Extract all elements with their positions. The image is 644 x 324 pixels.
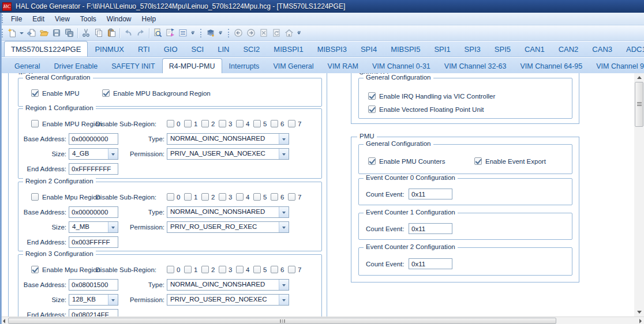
home-button[interactable]: [283, 27, 295, 39]
chevron-down-icon[interactable]: [279, 207, 289, 217]
device-tab-rti[interactable]: RTI: [131, 42, 157, 56]
subregion-3-checkbox[interactable]: [219, 193, 226, 201]
menu-window[interactable]: Window: [102, 13, 137, 25]
module-tab-driver-enable[interactable]: Driver Enable: [47, 59, 104, 73]
preview-button[interactable]: [151, 27, 164, 39]
save-all-button[interactable]: [63, 27, 76, 39]
chevron-down-icon[interactable]: [279, 295, 289, 305]
device-tab-mibspi1[interactable]: MIBSPI1: [267, 42, 310, 56]
module-tab-vim-channel-96-127[interactable]: VIM Channel 96-127: [589, 59, 644, 73]
subregion-6-checkbox[interactable]: [271, 193, 278, 201]
module-tab-vim-channel-0-31[interactable]: VIM Channel 0-31: [365, 59, 437, 73]
doc-arrow-button[interactable]: [25, 27, 38, 39]
device-tab-gio[interactable]: GIO: [157, 42, 185, 56]
chevron-down-icon[interactable]: [279, 134, 289, 144]
device-tab-mibspi5[interactable]: MIBSPI5: [384, 42, 427, 56]
subregion-1-checkbox[interactable]: [184, 120, 192, 127]
stop-button[interactable]: [257, 27, 270, 39]
save-button[interactable]: [50, 27, 63, 39]
subregion-4-checkbox[interactable]: [236, 193, 244, 201]
subregion-7-checkbox[interactable]: [288, 120, 295, 127]
undo-button[interactable]: [122, 27, 134, 39]
enable-vfp-checkbox[interactable]: [368, 106, 376, 113]
toolbar-grip[interactable]: [2, 29, 3, 37]
subregion-2-checkbox[interactable]: [201, 193, 209, 201]
module-tab-vim-channel-32-63[interactable]: VIM Channel 32-63: [437, 59, 514, 73]
enable-irq-vic-checkbox[interactable]: [368, 92, 376, 100]
cut-button[interactable]: [80, 27, 92, 39]
region1-size-select[interactable]: 4_GB: [69, 148, 118, 160]
enable-mpu-background-region-checkbox[interactable]: [102, 89, 110, 97]
module-tab-vim-channel-64-95[interactable]: VIM Channel 64-95: [514, 59, 590, 73]
toolbar-overflow-icon[interactable]: [217, 27, 224, 39]
module-tab-safety-init[interactable]: SAFETY INIT: [104, 59, 162, 73]
module-tab-vim-general[interactable]: VIM General: [266, 59, 320, 73]
region2-permission-select[interactable]: PRIV_RO_USER_RO_EXEC: [167, 221, 289, 233]
device-tab-spi3[interactable]: SPI3: [458, 42, 488, 56]
region1-type-select[interactable]: NORMAL_OINC_NONSHARED: [167, 133, 289, 145]
region3-enable-checkbox[interactable]: [31, 266, 39, 273]
device-tab-mibspi3[interactable]: MIBSPI3: [310, 42, 354, 56]
module-tab-vim-ram[interactable]: VIM RAM: [321, 59, 365, 73]
back-button[interactable]: [232, 27, 245, 39]
open-button[interactable]: [38, 27, 50, 39]
subregion-6-checkbox[interactable]: [271, 120, 278, 127]
subregion-2-checkbox[interactable]: [201, 120, 209, 127]
toolbar-grip[interactable]: [228, 29, 230, 37]
chevron-down-icon[interactable]: [279, 222, 289, 232]
menu-file[interactable]: File: [6, 13, 27, 25]
menu-help[interactable]: Help: [137, 13, 162, 25]
subregion-5-checkbox[interactable]: [253, 266, 261, 273]
module-tab-r4-mpu-pmu[interactable]: R4-MPU-PMU: [162, 58, 222, 73]
generate-stack-button[interactable]: [204, 27, 217, 39]
subregion-3-checkbox[interactable]: [219, 266, 226, 273]
device-tab-lin[interactable]: LIN: [211, 42, 236, 56]
forward-button[interactable]: [245, 27, 257, 39]
region3-end-address-input[interactable]: 0x080214FF: [69, 309, 118, 317]
toolbar-overflow-icon[interactable]: [189, 27, 196, 39]
device-tab-can2[interactable]: CAN2: [552, 42, 586, 56]
report-button[interactable]: [177, 27, 189, 39]
vertical-scroll-thumb[interactable]: [635, 82, 643, 127]
subregion-1-checkbox[interactable]: [184, 193, 192, 201]
subregion-0-checkbox[interactable]: [167, 193, 174, 201]
device-tab-can1[interactable]: CAN1: [518, 42, 552, 56]
menu-tools[interactable]: Tools: [75, 13, 102, 25]
subregion-0-checkbox[interactable]: [167, 266, 174, 273]
scroll-up-icon[interactable]: [634, 73, 644, 82]
toolbar-overflow-icon[interactable]: [295, 27, 302, 39]
device-tab-spi5[interactable]: SPI5: [488, 42, 518, 56]
menubar-grip[interactable]: [2, 14, 3, 23]
refresh-button[interactable]: [270, 27, 283, 39]
region2-size-select[interactable]: 4_MB: [69, 221, 118, 233]
subregion-0-checkbox[interactable]: [167, 120, 174, 127]
counter1-count-event-input[interactable]: 0x11: [409, 223, 452, 234]
horizontal-scrollbar[interactable]: [0, 317, 644, 324]
chevron-down-icon[interactable]: [279, 149, 289, 159]
region2-base-address-input[interactable]: 0x00000000: [69, 206, 118, 218]
chevron-down-icon[interactable]: [279, 280, 289, 290]
device-tab-spi1[interactable]: SPI1: [427, 42, 457, 56]
counter0-count-event-input[interactable]: 0x11: [409, 189, 452, 199]
paste-button[interactable]: [105, 27, 118, 39]
subregion-5-checkbox[interactable]: [253, 120, 261, 127]
new-button[interactable]: [6, 27, 18, 39]
subregion-7-checkbox[interactable]: [288, 193, 295, 201]
region2-type-select[interactable]: NORMAL_OINC_NONSHARED: [167, 206, 289, 218]
device-tab-adc1[interactable]: ADC1: [619, 42, 644, 56]
scroll-down-icon[interactable]: [634, 308, 644, 317]
subregion-6-checkbox[interactable]: [271, 266, 278, 273]
region2-enable-checkbox[interactable]: [31, 193, 39, 201]
subregion-2-checkbox[interactable]: [201, 266, 209, 273]
subregion-7-checkbox[interactable]: [288, 266, 295, 273]
toolbar-grip[interactable]: [200, 29, 202, 37]
enable-event-export-checkbox[interactable]: [474, 157, 482, 165]
subregion-1-checkbox[interactable]: [184, 266, 192, 273]
enable-mpu-checkbox[interactable]: [31, 89, 39, 97]
region1-permission-select[interactable]: PRIV_NA_USER_NA_NOEXEC: [167, 148, 289, 160]
region3-size-select[interactable]: 128_KB: [69, 294, 118, 306]
region3-type-select[interactable]: NORMAL_OINC_NONSHARED: [167, 279, 289, 291]
module-tab-general[interactable]: General: [8, 59, 47, 73]
region2-end-address-input[interactable]: 0x003FFFFF: [69, 236, 118, 248]
device-tab-can3[interactable]: CAN3: [585, 42, 619, 56]
